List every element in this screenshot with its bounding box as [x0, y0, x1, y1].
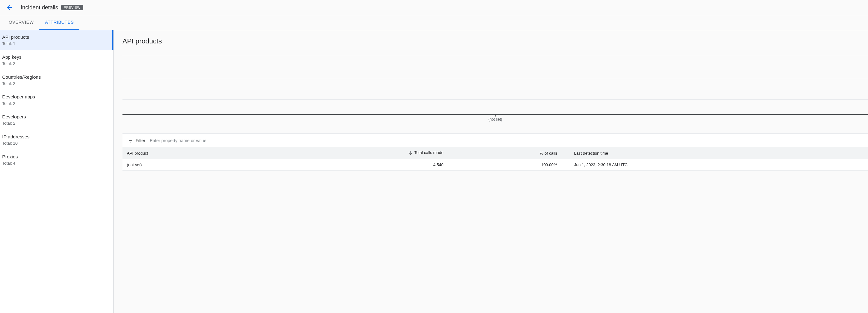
- chart-gridline: [122, 79, 868, 79]
- chart-gridline: [122, 55, 868, 55]
- page-title: Incident details: [21, 4, 58, 11]
- col-calls[interactable]: Total calls made: [253, 147, 448, 159]
- cell-pct: 100.00%: [448, 159, 561, 170]
- tab-bar: OVERVIEWATTRIBUTES: [0, 15, 868, 30]
- page-body: API productsTotal: 1App keysTotal: 2Coun…: [0, 30, 868, 313]
- cell-product: (not set): [122, 159, 253, 170]
- sidebar-item-title: App keys: [2, 54, 111, 60]
- sidebar-item-countries-regions[interactable]: Countries/RegionsTotal: 2: [0, 70, 114, 90]
- sidebar-item-total: Total: 1: [2, 41, 111, 46]
- preview-badge: PREVIEW: [61, 5, 83, 10]
- sidebar-item-title: Developer apps: [2, 94, 111, 100]
- sidebar-item-total: Total: 2: [2, 121, 111, 126]
- main-content: API products (not set) Filter API produc…: [114, 30, 868, 313]
- sidebar-item-ip-addresses[interactable]: IP addressesTotal: 10: [0, 130, 114, 150]
- col-last[interactable]: Last detection time: [561, 147, 868, 159]
- chart-tick: [495, 115, 496, 117]
- arrow-down-icon: [407, 150, 413, 156]
- filter-input[interactable]: [150, 138, 868, 143]
- tab-attributes[interactable]: ATTRIBUTES: [39, 15, 80, 30]
- cell-last: Jun 1, 2023, 2:30:18 AM UTC: [561, 159, 868, 170]
- filter-icon[interactable]: [127, 137, 134, 144]
- filter-bar: Filter: [122, 133, 868, 147]
- sidebar-item-title: API products: [2, 34, 111, 40]
- sidebar-item-title: Countries/Regions: [2, 74, 111, 80]
- sidebar-item-api-products[interactable]: API productsTotal: 1: [0, 30, 114, 50]
- sidebar-item-title: Developers: [2, 114, 111, 120]
- sidebar-item-total: Total: 10: [2, 140, 111, 146]
- page-header: Incident details PREVIEW: [0, 0, 868, 15]
- sidebar-item-app-keys[interactable]: App keysTotal: 2: [0, 50, 114, 70]
- col-pct[interactable]: % of calls: [448, 147, 561, 159]
- sidebar-item-proxies[interactable]: ProxiesTotal: 4: [0, 150, 114, 170]
- col-label: Total calls made: [414, 150, 443, 155]
- table-row[interactable]: (not set)4,540100.00%Jun 1, 2023, 2:30:1…: [122, 159, 868, 170]
- sidebar-item-developer-apps[interactable]: Developer appsTotal: 2: [0, 90, 114, 110]
- main-title: API products: [122, 37, 868, 45]
- sidebar-item-title: Proxies: [2, 154, 111, 160]
- chart-x-label: (not set): [488, 117, 502, 122]
- sidebar-item-total: Total: 4: [2, 161, 111, 166]
- chart-plot-area: [122, 55, 868, 115]
- col-product[interactable]: API product: [122, 147, 253, 159]
- sidebar-item-title: IP addresses: [2, 134, 111, 140]
- cell-calls: 4,540: [253, 159, 448, 170]
- attribute-table: API productTotal calls made% of callsLas…: [122, 147, 868, 170]
- attribute-chart: (not set): [122, 55, 868, 124]
- back-arrow-icon[interactable]: [6, 4, 13, 11]
- sidebar-item-total: Total: 2: [2, 81, 111, 87]
- attribute-sidebar: API productsTotal: 1App keysTotal: 2Coun…: [0, 30, 114, 313]
- table-header-row: API productTotal calls made% of callsLas…: [122, 147, 868, 159]
- chart-x-labels: (not set): [122, 115, 868, 123]
- sidebar-item-developers[interactable]: DevelopersTotal: 2: [0, 110, 114, 130]
- table-body: (not set)4,540100.00%Jun 1, 2023, 2:30:1…: [122, 159, 868, 170]
- filter-label: Filter: [135, 138, 145, 143]
- sidebar-item-total: Total: 2: [2, 101, 111, 106]
- chart-gridline: [122, 99, 868, 100]
- chart-bars: [122, 55, 868, 114]
- col-label: % of calls: [540, 151, 557, 156]
- tab-overview[interactable]: OVERVIEW: [3, 15, 39, 30]
- sidebar-item-total: Total: 2: [2, 61, 111, 66]
- col-label: Last detection time: [574, 151, 608, 156]
- col-label: API product: [127, 151, 148, 156]
